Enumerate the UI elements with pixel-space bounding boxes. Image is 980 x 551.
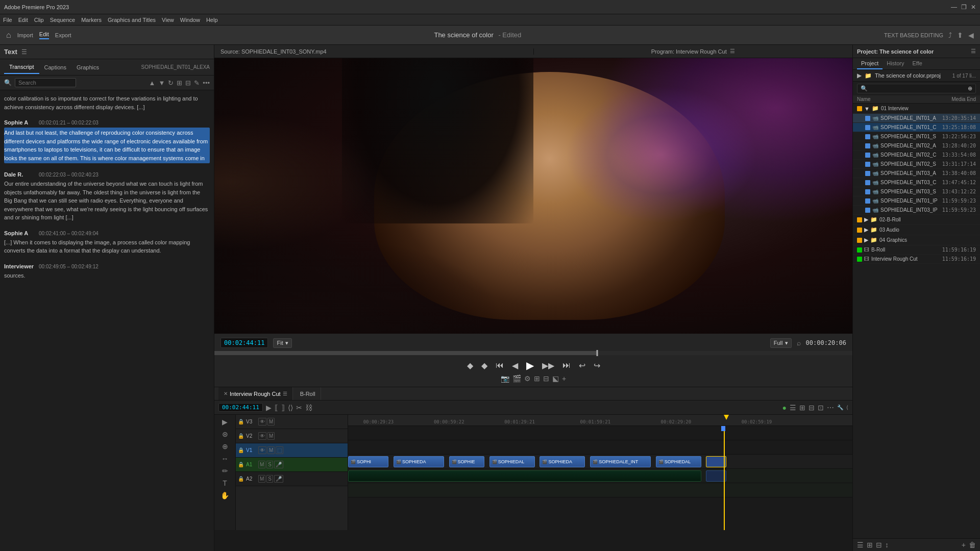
track-s-btn[interactable]: S: [266, 461, 273, 468]
down-arrow-icon[interactable]: ▼: [158, 79, 165, 87]
export-icon[interactable]: ⬆: [957, 31, 963, 39]
track-film-icon[interactable]: M: [267, 432, 275, 440]
program-header-menu-icon[interactable]: ☰: [730, 48, 735, 55]
import-button[interactable]: Import: [17, 32, 33, 38]
menu-edit[interactable]: Edit: [18, 17, 28, 23]
transcript-text-highlighted[interactable]: And last but not least, the challenge of…: [4, 128, 210, 163]
panel-menu-icon[interactable]: ☰: [971, 48, 976, 55]
video-clip-7[interactable]: 🎬SOPHIEDAL: [656, 456, 701, 467]
folder-expand-icon[interactable]: ▼: [864, 106, 870, 112]
track-s-btn[interactable]: S: [266, 475, 273, 483]
camera-icon[interactable]: 📷: [501, 374, 509, 383]
sort-icon[interactable]: ↕: [885, 541, 889, 549]
project-folder-audio[interactable]: ▶ 📁 03 Audio: [853, 225, 980, 235]
menu-help[interactable]: Help: [206, 17, 218, 23]
track-eye-icon[interactable]: 👁: [258, 432, 266, 440]
loop-button[interactable]: ↩: [577, 360, 587, 371]
share-icon[interactable]: ⤴: [948, 31, 952, 39]
project-sequence-interview-rough[interactable]: 🎞 Interview Rough Cut 11:59:16:19: [853, 255, 980, 264]
close-button[interactable]: ✕: [971, 4, 976, 11]
compare-icon[interactable]: ⊟: [543, 374, 549, 383]
track-m-btn[interactable]: M: [258, 475, 265, 483]
tab-close-icon[interactable]: ✕: [224, 391, 228, 396]
timeline-tab-interview[interactable]: ✕ Interview Rough Cut ☰: [218, 387, 293, 400]
tl-green-icon[interactable]: ●: [782, 404, 787, 412]
step-back-button[interactable]: ◀: [510, 360, 520, 371]
edit-button[interactable]: Edit: [39, 31, 49, 39]
track-m-btn[interactable]: M: [258, 461, 265, 468]
scrubber-bar[interactable]: [214, 351, 852, 355]
menu-graphics[interactable]: Graphics and Titles: [108, 17, 156, 23]
play-button[interactable]: ▶: [524, 358, 536, 372]
tab-effect[interactable]: Effe: [908, 58, 926, 69]
tl-expand-tool[interactable]: ↔: [220, 454, 230, 464]
project-item-int02-c[interactable]: 📹 SOPHIEDALE_INT02_C 13:33:54:08: [853, 151, 980, 160]
project-item-int01-s[interactable]: 📹 SOPHIEDALE_INT01_S 13:22:56:23: [853, 132, 980, 141]
delete-item-icon[interactable]: 🗑: [969, 541, 976, 549]
tl-razor-tool[interactable]: ✂: [296, 404, 302, 412]
refresh-icon[interactable]: ↻: [168, 79, 174, 87]
up-arrow-icon[interactable]: ▲: [149, 79, 156, 87]
project-folder-broll[interactable]: ▶ 📁 02-B-Roll: [853, 215, 980, 225]
tab-transcript[interactable]: Transcript: [4, 61, 39, 74]
lock-icon[interactable]: 🔒: [238, 433, 244, 439]
multi-cam-icon[interactable]: ⊞: [534, 374, 540, 383]
timeline-tab-broll[interactable]: B-Roll: [295, 387, 321, 400]
tab-captions[interactable]: Captions: [39, 61, 71, 73]
right-search-submit[interactable]: ⊕: [968, 85, 972, 92]
lock-icon[interactable]: 🔒: [238, 476, 244, 482]
tl-roll-tool[interactable]: ⟧: [281, 404, 285, 412]
project-item-int03-s[interactable]: 📹 SOPHIEDALE_INT03_S 13:43:12:22: [853, 187, 980, 196]
list-view-icon[interactable]: ☰: [857, 541, 864, 549]
right-search-input[interactable]: [870, 86, 966, 92]
project-sequence-broll[interactable]: 🎞 B-Roll 11:59:16:19: [853, 245, 980, 255]
edit-icon[interactable]: ✎: [194, 79, 200, 87]
export-button[interactable]: Export: [55, 32, 71, 38]
menu-window[interactable]: Window: [180, 17, 200, 23]
track-eye-icon[interactable]: 👁: [258, 418, 266, 425]
settings-icon[interactable]: ⚙: [524, 374, 531, 383]
menu-sequence[interactable]: Sequence: [50, 17, 76, 23]
track-film-icon[interactable]: M: [267, 418, 275, 425]
loop-out-button[interactable]: ↪: [592, 360, 602, 371]
project-item-int01-a[interactable]: 📹 SOPHIEDALE_INT01_A 13:20:35:14: [853, 114, 980, 123]
tl-slip-tool[interactable]: ⟨⟩: [288, 404, 293, 412]
video-clip-8[interactable]: [706, 456, 726, 467]
timeline-timecode[interactable]: 00:02:44:11: [218, 403, 263, 412]
minimize-button[interactable]: —: [951, 4, 957, 11]
project-item-int01-c[interactable]: 📹 SOPHIEDALE_INT01_C 13:25:18:08: [853, 123, 980, 132]
tl-pen-tool[interactable]: ✏: [221, 466, 229, 476]
tl-slider[interactable]: ⊡: [818, 404, 824, 412]
project-item-int02-a[interactable]: 📹 SOPHIEDALE_INT02_A 13:28:40:20: [853, 141, 980, 151]
tl-hand-tool[interactable]: ✋: [219, 490, 230, 500]
video-clip-6[interactable]: 🎬SOPHIEDALE_INT: [590, 456, 651, 467]
more-icon[interactable]: •••: [203, 79, 210, 87]
thumbnail-icon[interactable]: ⊟: [876, 541, 882, 549]
step-fwd-button[interactable]: ▶▶: [540, 360, 556, 371]
video-clip-5[interactable]: 🎬SOPHIEDA: [540, 456, 585, 467]
folder-expand-icon[interactable]: ▶: [864, 227, 868, 233]
full-dropdown[interactable]: Full ▾: [770, 338, 792, 348]
folder-expand-icon[interactable]: ▶: [864, 237, 868, 243]
next-edit-button[interactable]: ⏭: [560, 360, 573, 371]
film-icon[interactable]: 🎬: [512, 374, 521, 383]
tl-link-tool[interactable]: ⛓: [305, 404, 312, 412]
track-sync-icon[interactable]: ⬚: [276, 446, 283, 454]
tab-project[interactable]: Project: [857, 58, 883, 69]
tl-type-tool[interactable]: T: [222, 478, 228, 488]
track-film-icon[interactable]: M: [267, 446, 275, 454]
audio-clip-1[interactable]: [348, 470, 701, 482]
tab-history[interactable]: History: [883, 58, 908, 69]
menu-view[interactable]: View: [162, 17, 174, 23]
zoom-icon[interactable]: ⌕: [797, 339, 801, 347]
grid-view-icon[interactable]: ⊞: [867, 541, 873, 549]
home-button[interactable]: ⌂: [6, 31, 11, 40]
maximize-button[interactable]: ❐: [961, 4, 967, 11]
overlay-icon[interactable]: ⬕: [552, 374, 559, 383]
video-clip-2[interactable]: 🎬SOPHIEDA: [394, 456, 444, 467]
project-item-int03-a[interactable]: 📹 SOPHIEDALE_INT03_A 13:38:40:08: [853, 169, 980, 178]
video-clip-4[interactable]: 🎬SOPHIEDAL: [489, 456, 535, 467]
tl-wrench-icon[interactable]: 🔧: [837, 405, 843, 410]
track-mic-icon[interactable]: 🎤: [274, 475, 283, 483]
text-panel-menu-icon[interactable]: ☰: [21, 48, 27, 56]
